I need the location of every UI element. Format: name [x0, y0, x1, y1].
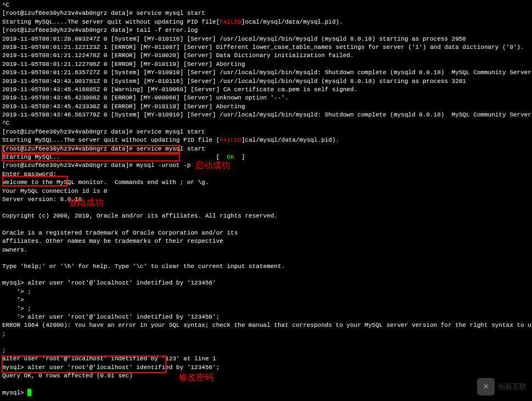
terminal-text: OK	[227, 154, 234, 160]
terminal-line: ERROR 1064 (42000): You have an error in…	[2, 321, 530, 330]
terminal-text: 2019-11-05T08:01:21.122123Z 1 [ERROR] [M…	[2, 44, 524, 51]
terminal-text: ^C	[2, 120, 9, 126]
terminal-line: '>	[2, 296, 530, 304]
terminal-line: [root@izuf6ee30yhz3v4vab0ngrz data]# mys…	[2, 161, 530, 170]
terminal-text: '>	[2, 297, 24, 303]
terminal-text: mysql>	[2, 389, 27, 396]
terminal-line: Welcome to the MySQL monitor. Commands e…	[2, 179, 530, 187]
terminal-text: 2019-11-05T08:01:21.122478Z 0 [ERROR] [M…	[2, 52, 354, 59]
terminal-text: Starting MySQL.. [	[2, 154, 227, 160]
terminal-line: Starting MySQL....The server quit withou…	[2, 18, 530, 26]
terminal-line: '> alter user 'root'@'localhost' indetif…	[2, 313, 530, 321]
terminal-text: [root@izuf6ee30yhz3v4vab0ngrz data]# ser…	[2, 146, 205, 152]
terminal-line: Copyright (c) 2000, 2019, Oracle and/or …	[2, 212, 530, 220]
terminal-line: ^C	[2, 119, 530, 127]
terminal-line: 2019-11-05T08:43:43.901781Z 0 [System] […	[2, 77, 530, 86]
terminal-text: Copyright (c) 2000, 2019, Oracle and/or …	[2, 213, 278, 219]
terminal-text: Server version: 8.0.18	[2, 196, 82, 203]
terminal-line: [root@izuf6ee30yhz3v4vab0ngrz data]# tai…	[2, 26, 530, 35]
terminal-text: 2019-11-05T08:43:45.423008Z 0 [ERROR] [M…	[2, 94, 289, 101]
watermark-text: 创新互联	[498, 382, 527, 392]
terminal-line: Type 'help;' or '\h' for help. Type '\c'…	[2, 263, 530, 271]
terminal-line	[2, 204, 530, 212]
terminal-text: ERROR 1064 (42000): You have an error in…	[2, 322, 532, 328]
terminal-text: alter user 'root'@'localhost' indetified…	[2, 355, 216, 362]
terminal-line	[2, 381, 530, 389]
terminal-line: ;	[2, 347, 530, 355]
terminal-line: ^C	[2, 1, 530, 9]
terminal-line: Server version: 8.0.18	[2, 196, 530, 204]
terminal-line: alter user 'root'@'localhost' indetified…	[2, 355, 530, 363]
terminal-text: '> alter user 'root'@'localhost' indetif…	[2, 314, 220, 320]
terminal-text: Query OK, 0 rows affected (0.01 sec)	[2, 372, 133, 379]
terminal-text: ;	[2, 347, 6, 354]
terminal-line: affiliates. Other names may be trademark…	[2, 237, 530, 246]
terminal-line	[2, 221, 530, 229]
terminal-text: 2019-11-05T08:43:45.416885Z 0 [Warning] …	[2, 86, 357, 93]
terminal-line: owners.	[2, 246, 530, 254]
watermark: ✕ 创新互联	[477, 378, 527, 396]
watermark-icon: ✕	[477, 378, 495, 396]
terminal-line: 2019-11-05T08:43:45.423330Z 0 [ERROR] [M…	[2, 103, 530, 111]
terminal-line: ;	[2, 330, 530, 338]
terminal-text: ]ocal/mysql/data/mysql.pid).	[242, 19, 343, 25]
terminal-line: Starting MySQL.. [ OK ]	[2, 153, 530, 161]
terminal-line: [root@izuf6ee30yhz3v4vab0ngrz data]# ser…	[2, 145, 530, 153]
terminal-text: [root@izuf6ee30yhz3v4vab0ngrz data]# tai…	[2, 27, 198, 34]
terminal-text: 2019-11-05T08:01:20.093247Z 0 [System] […	[2, 36, 466, 42]
terminal-line: 2019-11-05T08:01:21.122123Z 1 [ERROR] [M…	[2, 43, 530, 52]
terminal-text: ^C	[2, 2, 9, 8]
terminal-line: 2019-11-05T08:01:21.122706Z 0 [ERROR] [M…	[2, 60, 530, 69]
terminal-text: Starting MySQL...The server quit without…	[2, 137, 220, 143]
terminal-text: Type 'help;' or '\h' for help. Type '\c'…	[2, 263, 285, 270]
terminal-text: [root@izuf6ee30yhz3v4vab0ngrz data]# mys…	[2, 162, 191, 169]
terminal-text: FAILED	[220, 137, 242, 143]
terminal-text: ]cal/mysql/data/mysql.pid).	[242, 137, 339, 143]
terminal-line: Enter password:	[2, 170, 530, 179]
terminal-text: 2019-11-05T08:01:21.635727Z 0 [System] […	[2, 69, 532, 76]
terminal-text: mysql> alter user 'root'@'localhost' ind…	[2, 280, 216, 286]
terminal-text: [root@izuf6ee30yhz3v4vab0ngrz data]# ser…	[2, 129, 205, 135]
terminal-text: Welcome to the MySQL monitor. Commands e…	[2, 179, 209, 186]
terminal-text: '> ;	[2, 288, 31, 295]
terminal-line: Oracle is a registered trademark of Orac…	[2, 229, 530, 237]
terminal-line: '> ;	[2, 305, 530, 313]
terminal-text: 2019-11-05T08:43:46.563779Z 0 [System] […	[2, 112, 532, 118]
terminal-line: Query OK, 0 rows affected (0.01 sec)	[2, 372, 530, 380]
terminal-text: 2019-11-05T08:43:43.901781Z 0 [System] […	[2, 78, 466, 85]
terminal-line	[2, 254, 530, 263]
terminal-text: Oracle is a registered trademark of Orac…	[2, 230, 238, 236]
terminal-line: Your MySQL connection id is 8	[2, 187, 530, 196]
terminal-text: Enter password:	[2, 171, 57, 177]
terminal-text: [root@izuf6ee30yhz3v4vab0ngrz data]# ser…	[2, 10, 205, 16]
terminal-line	[2, 338, 530, 347]
terminal-line: Starting MySQL...The server quit without…	[2, 136, 530, 144]
terminal-text: Your MySQL connection id is 8	[2, 188, 107, 194]
terminal-line: 2019-11-05T08:43:45.423008Z 0 [ERROR] [M…	[2, 94, 530, 102]
terminal-line: mysql> alter user 'root'@'localhost' ide…	[2, 364, 530, 372]
terminal-text: 2019-11-05T08:43:45.423330Z 0 [ERROR] [M…	[2, 103, 245, 110]
terminal-line	[2, 271, 530, 279]
terminal-text: owners.	[2, 247, 27, 253]
terminal-text: FAILED	[220, 19, 242, 25]
terminal-text: Starting MySQL....The server quit withou…	[2, 19, 220, 25]
terminal-output[interactable]: ^C[root@izuf6ee30yhz3v4vab0ngrz data]# s…	[0, 0, 532, 398]
terminal-line: 2019-11-05T08:43:46.563779Z 0 [System] […	[2, 111, 530, 119]
terminal-line: '> ;	[2, 288, 530, 296]
cursor	[27, 389, 31, 396]
terminal-line: mysql> alter user 'root'@'localhost' ind…	[2, 279, 530, 287]
terminal-text: mysql> alter user 'root'@'localhost' ide…	[2, 364, 220, 371]
terminal-text: ;	[2, 331, 6, 337]
terminal-line: 2019-11-05T08:01:21.635727Z 0 [System] […	[2, 69, 530, 77]
terminal-text: '> ;	[2, 305, 31, 312]
terminal-text: ]	[234, 154, 245, 160]
terminal-text: 2019-11-05T08:01:21.122706Z 0 [ERROR] [M…	[2, 61, 245, 68]
terminal-line: mysql>	[2, 389, 530, 397]
terminal-line: 2019-11-05T08:01:21.122478Z 0 [ERROR] [M…	[2, 52, 530, 60]
terminal-line: [root@izuf6ee30yhz3v4vab0ngrz data]# ser…	[2, 128, 530, 136]
terminal-line: 2019-11-05T08:43:45.416885Z 0 [Warning] …	[2, 86, 530, 94]
terminal-line: 2019-11-05T08:01:20.093247Z 0 [System] […	[2, 35, 530, 43]
terminal-text: affiliates. Other names may be trademark…	[2, 238, 223, 244]
terminal-line: [root@izuf6ee30yhz3v4vab0ngrz data]# ser…	[2, 9, 530, 18]
